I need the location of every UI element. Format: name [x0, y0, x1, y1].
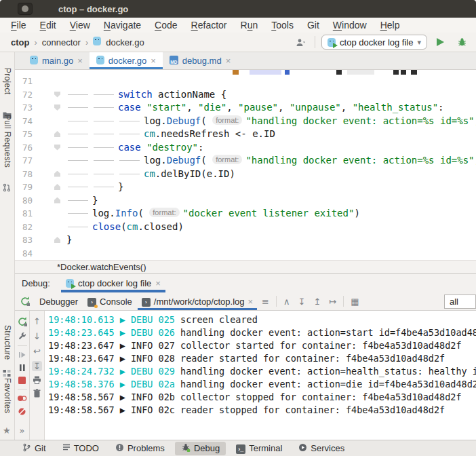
parameter-hint: format:: [212, 155, 242, 164]
statusbar-button-problems[interactable]: Problems: [109, 442, 171, 455]
debug-view-tab-console[interactable]: ›Console: [83, 292, 136, 310]
menu-item-help[interactable]: Help: [374, 20, 407, 31]
clear-button[interactable]: [30, 389, 44, 398]
statusbar-button-terminal[interactable]: ›_Terminal: [230, 442, 288, 455]
menu-item-git[interactable]: Git: [300, 20, 326, 31]
menu-item-window[interactable]: Window: [326, 20, 374, 31]
step-up-icon[interactable]: ↥: [310, 297, 324, 307]
scroll-to-end-button[interactable]: ↧: [28, 361, 45, 371]
log-line-message: handling docker event: action=die id=f4b…: [180, 379, 476, 390]
enclosing-method-label[interactable]: *Docker.watchEvents(): [57, 262, 146, 272]
close-icon[interactable]: ×: [226, 56, 231, 66]
toolbar-divider: [18, 345, 27, 346]
breadcrumb: ctop›connector›docker.go: [5, 37, 144, 48]
token: ,: [341, 102, 353, 113]
stop-button[interactable]: [15, 377, 29, 384]
tool-window-button-favorites[interactable]: Favorites: [3, 378, 12, 413]
debug-session-tab[interactable]: ctop docker log file ×: [61, 274, 165, 292]
statusbar-button-todo[interactable]: TODO: [56, 442, 105, 455]
resume-button[interactable]: [15, 351, 30, 359]
fold-marker-icon[interactable]: [54, 197, 60, 204]
rerun-button[interactable]: [16, 296, 34, 307]
menu-item-edit[interactable]: Edit: [33, 20, 63, 31]
close-icon[interactable]: ×: [247, 297, 253, 307]
line-number: 84: [15, 247, 33, 261]
fold-marker-icon[interactable]: [54, 237, 60, 243]
menu-item-file[interactable]: File: [4, 20, 33, 31]
view-breakpoints-button[interactable]: [14, 394, 31, 402]
fold-marker-icon[interactable]: [54, 171, 60, 177]
token: .needsRefresh <- e.ID: [155, 128, 275, 139]
menu-item-navigate[interactable]: Navigate: [97, 20, 148, 31]
run-button[interactable]: [433, 38, 448, 46]
editor-tab-docker-go[interactable]: docker.go×: [90, 52, 163, 69]
run-configuration-dropdown[interactable]: ctop docker log file ▾: [321, 35, 427, 50]
menu-item-run[interactable]: Run: [234, 20, 265, 31]
breadcrumb-item[interactable]: docker.go: [106, 37, 144, 48]
toolbar-divider: [343, 296, 344, 307]
settings-button[interactable]: [14, 332, 30, 341]
step-down-icon[interactable]: ↧: [295, 297, 309, 307]
line-number: 82: [15, 221, 33, 234]
statusbar-button-services[interactable]: Services: [292, 442, 351, 455]
up-stack-icon[interactable]: ∧: [280, 297, 294, 307]
mute-breakpoints-button[interactable]: [14, 407, 30, 416]
menu-item-refactor[interactable]: Refactor: [184, 20, 234, 31]
pause-button[interactable]: [16, 364, 29, 372]
up-button[interactable]: ↑: [30, 316, 44, 326]
token: "handling docker event: action=%s id=%s": [245, 155, 474, 166]
statusbar-button-git[interactable]: Git: [16, 442, 52, 455]
log-line-meta: 19:48:23.645 ▶ DEBU 026: [48, 327, 180, 338]
main-area: ProjectPull RequestsStructureFavorites★ …: [0, 52, 476, 440]
debug-view-tab-debugger[interactable]: Debugger: [35, 292, 82, 310]
fold-marker-icon[interactable]: [54, 145, 60, 151]
down-button[interactable]: ↓: [30, 331, 44, 341]
more-button[interactable]: »: [16, 425, 28, 436]
close-icon[interactable]: ×: [151, 56, 156, 66]
menu-item-tools[interactable]: Tools: [264, 20, 300, 31]
code-text: log.Debugf( format:"handling docker even…: [66, 115, 476, 128]
breadcrumb-item[interactable]: connector: [42, 37, 81, 48]
close-icon[interactable]: ×: [155, 278, 161, 288]
statusbar-button-debug[interactable]: Debug: [175, 442, 226, 455]
debug-button[interactable]: [454, 37, 471, 47]
clipped-code-line: [15, 70, 476, 75]
tab-whitespace: [118, 168, 144, 181]
editor-tab-debug-md[interactable]: debug.md×: [163, 52, 237, 69]
fold-marker-icon[interactable]: [54, 184, 60, 190]
code-editor[interactable]: 7172switch actionName {73case "start", "…: [15, 70, 476, 260]
line-number: 81: [15, 207, 33, 221]
token: "start": [146, 102, 186, 113]
debug-view-tab--mnt-work-ctop-ctop-log[interactable]: ›/mnt/work/ctop/ctop.log×: [138, 292, 257, 310]
tool-window-button-pull-requests[interactable]: Pull Requests: [3, 115, 12, 168]
to-cursor-icon[interactable]: ↦: [325, 297, 340, 307]
layout-grid-icon[interactable]: ▦: [347, 297, 362, 307]
menu-item-view[interactable]: View: [63, 20, 97, 31]
debug-view-tab-label: Console: [100, 297, 132, 307]
title-bar: ctop – docker.go: [0, 0, 476, 18]
soft-wrap-button[interactable]: ↩: [30, 346, 44, 356]
token: ,: [278, 102, 290, 113]
tool-window-button-structure[interactable]: Structure: [3, 325, 12, 360]
close-icon[interactable]: ×: [77, 56, 83, 66]
rerun-button[interactable]: [14, 316, 31, 327]
print-button[interactable]: [29, 376, 45, 384]
editor-tab-main-go[interactable]: main.go×: [23, 52, 90, 69]
breadcrumb-item[interactable]: ctop: [11, 37, 29, 48]
gutter-markers: [33, 101, 66, 115]
tab-whitespace: [118, 154, 144, 168]
fold-marker-icon[interactable]: [54, 131, 60, 137]
window-menu-button[interactable]: [18, 3, 33, 15]
user-account-icon[interactable]: [292, 38, 309, 47]
run-widget: ctop docker log file ▾: [292, 35, 471, 50]
tool-window-button-project[interactable]: Project: [3, 68, 12, 94]
fold-marker-icon[interactable]: [54, 92, 60, 98]
fold-marker-icon[interactable]: [54, 104, 60, 111]
log-line-message: handling docker event: action=health_sta…: [180, 366, 476, 377]
menu-item-code[interactable]: Code: [148, 20, 184, 31]
log-level-filter-dropdown[interactable]: all: [444, 294, 476, 309]
token: Debugf: [167, 155, 201, 166]
toolbar-divider: [276, 296, 277, 307]
options-menu-icon[interactable]: ≡: [258, 297, 273, 307]
log-output[interactable]: 19:48:10.613 ▶ DEBU 025 screen cleared19…: [45, 311, 476, 440]
